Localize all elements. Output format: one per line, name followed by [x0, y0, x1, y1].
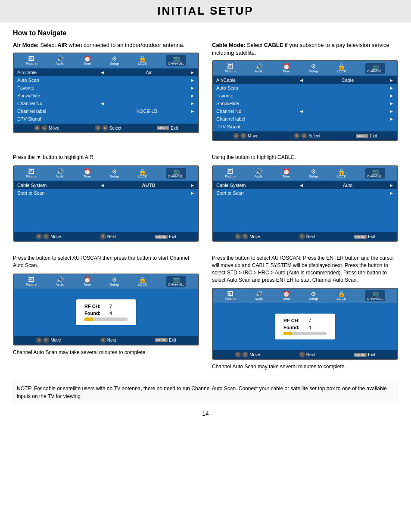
icon-lock: 🔒LOCK — [138, 277, 147, 286]
icon-setup: ⚙Setup — [309, 63, 318, 73]
footer-next: ⊙ Next — [299, 233, 315, 240]
cable-menu-2-icons-bar: 🖼Picture 🔊Audio ⏰Time ⚙Setup 🔒LOCK 📺CHAN… — [213, 166, 397, 180]
air-menu-1-icons-bar: 🖼Picture 🔊Audio ⏰Time ⚙Setup 🔒LOCK 📺CHAN… — [14, 53, 198, 68]
air-col-2: Press the ▼ button to highlight AIR. 🖼Pi… — [13, 151, 199, 245]
air-menu-1-body: Air/Cable ◄ Air ► Auto Scan ► Favorite ► — [14, 68, 198, 124]
icon-audio: 🔊Audio — [255, 63, 263, 73]
air-scan-rfch-row: RF CH: 7 — [84, 304, 128, 309]
air-menu-3-icons-bar: 🖼Picture 🔊Audio ⏰Time ⚙Setup 🔒LOCK 📺CHAN… — [14, 274, 198, 289]
air-menu-2-footer: ⊙⊙ Move ⊙ Next MENU Exit — [14, 232, 198, 241]
footer-move: ⊙⊙ Move — [36, 337, 61, 343]
icon-time: ⏰Time — [282, 168, 290, 178]
air-mode-col: Air Mode: Select AIR when connected to a… — [13, 41, 199, 144]
cable-menu-row-channellabel: Channel label ► — [213, 115, 397, 123]
page-title: INITIAL SETUP — [0, 0, 411, 22]
air-menu-3-footer: ⊙⊙ Move ⊙ Next MENU Exit — [14, 336, 198, 345]
air-col-3: Press the button to select AUTOSCAN then… — [13, 252, 199, 375]
air-menu-row-aircable: Air/Cable ◄ Air ► — [14, 68, 198, 76]
air-scan-progress-fill — [84, 317, 93, 321]
icon-lock: 🔒LOCK — [138, 168, 147, 178]
air-scan-body: RF CH: 7 Found: 4 — [14, 289, 198, 336]
footer-exit: MENU Exit — [354, 234, 375, 239]
icon-channel: 📺CHANNEL — [166, 168, 186, 179]
cable-menu-2-footer: ⊙⊙ Move ⊙ Next MENU Exit — [213, 232, 397, 241]
footer-exit: MENU Exit — [356, 134, 377, 138]
air-menu-1-footer: ⊙⊙ Move ⊙⊙ Select MENU Exit — [14, 124, 198, 132]
air-menu-2-icons-bar: 🖼Picture 🔊Audio ⏰Time ⚙Setup 🔒LOCK 📺CHAN… — [14, 166, 198, 180]
air-menu-row-dtvsignal: DTV Signal — [14, 115, 198, 123]
air-menu-2-body: Cable System ◄ AUTO ► Start to Scan ► — [14, 180, 198, 232]
icon-channel: 📺CHANNEL — [365, 290, 385, 301]
air-menu-row-autoscan: Auto Scan ► — [14, 76, 198, 84]
icon-lock: 🔒LOCK — [337, 168, 346, 178]
icon-channel: 📺CHANNEL — [365, 63, 385, 74]
cable-menu-row-showhide: Show/Hide ► — [213, 100, 397, 107]
cable-mode-col: Cable Mode: Select CABLE if you subscrib… — [212, 41, 398, 144]
icon-audio: 🔊Audio — [255, 291, 263, 301]
footer-move: ⊙⊙ Move — [235, 352, 260, 358]
cable-menu-1-body: Air/Cable ◄ Cable ► Auto Scan ► Favorite… — [213, 75, 397, 131]
cable-menu-3-icons-bar: 🖼Picture 🔊Audio ⏰Time ⚙Setup 🔒LOCK 📺CHAN… — [213, 289, 397, 303]
cable-menu-row-autoscan: Auto Scan ► — [213, 84, 397, 92]
icon-picture: 🖼Picture — [225, 168, 236, 178]
footer-move: ⊙⊙ Move — [34, 125, 59, 131]
cable-caption-1: Using the button to highlight CABLE. — [212, 154, 398, 161]
cable-caption-2: Press the button to select AUTOSCAN. Pre… — [212, 255, 398, 283]
note-text: NOTE: For cable or satellite users with … — [13, 382, 398, 403]
cable-menu-row-aircable: Air/Cable ◄ Cable ► — [213, 76, 397, 84]
air-menu-1: 🖼Picture 🔊Audio ⏰Time ⚙Setup 🔒LOCK 📺CHAN… — [13, 53, 199, 133]
cable-menu-2-row-cablesystem: Cable System ◄ Auto ► — [213, 181, 397, 189]
icon-time: ⏰Time — [282, 291, 290, 301]
footer-move: ⊙⊙ Move — [235, 233, 260, 240]
air-caption-2: Press the button to select AUTOSCAN then… — [13, 255, 199, 269]
air-menu-row-showhide: Show/Hide ► — [14, 92, 198, 100]
footer-next: ⊙ Next — [299, 352, 315, 358]
icon-picture: 🖼Picture — [225, 291, 236, 301]
air-menu-3: 🖼Picture 🔊Audio ⏰Time ⚙Setup 🔒LOCK 📺CHAN… — [13, 274, 199, 345]
cable-mode-description: Cable Mode: Select CABLE if you subscrib… — [212, 41, 398, 57]
icon-lock: 🔒LOCK — [337, 63, 346, 73]
icon-setup: ⚙Setup — [309, 168, 318, 178]
cable-scan-rfch-row: RF CH: 7 — [283, 318, 327, 323]
air-caption-3: Channel Auto Scan may take several minut… — [13, 349, 199, 356]
footer-exit: MENU Exit — [157, 126, 178, 131]
cable-menu-2-body: Cable System ◄ Auto ► Start to Scan ► — [213, 180, 397, 232]
icon-setup: ⚙Setup — [110, 168, 119, 178]
section-title: How to Navigate — [13, 29, 398, 37]
footer-exit: MENU Exit — [155, 338, 176, 342]
cable-menu-2-row-startscan: Start to Scan ► — [213, 189, 397, 197]
cable-caption-3: Channel Auto Scan may take several minut… — [212, 363, 398, 370]
cable-menu-1: 🖼Picture 🔊Audio ⏰Time ⚙Setup 🔒LOCK 📺CHAN… — [212, 60, 398, 141]
cable-scan-progress-fill — [283, 332, 292, 335]
air-menu-row-favorite: Favorite ► — [14, 84, 198, 92]
air-scan-found-row: Found: 4 — [84, 311, 128, 316]
footer-exit: MENU Exit — [354, 352, 375, 357]
footer-move: ⊙⊙ Move — [36, 233, 61, 240]
icon-lock: 🔒LOCK — [337, 291, 346, 301]
cable-menu-3-footer: ⊙⊙ Move ⊙ Next MENU Exit — [213, 350, 397, 359]
icon-channel: 📺CHANNEL — [166, 55, 186, 66]
footer-select: ⊙⊙ Select — [95, 125, 121, 131]
cable-menu-row-channelno: Channel No. ◄ ► — [213, 107, 397, 115]
air-menu-row-channellabel: Channel label KOCE-LB ► — [14, 107, 198, 115]
cable-scan-body: RF CH: 7 Found: 4 — [213, 303, 397, 350]
air-mode-description: Air Mode: Select AIR when connected to a… — [13, 41, 199, 49]
air-menu-2-row-startscan: Start to Scan ► — [14, 189, 198, 197]
footer-select: ⊙⊙ Select — [294, 133, 321, 139]
cable-menu-row-favorite: Favorite ► — [213, 92, 397, 100]
page-number: 14 — [13, 410, 398, 417]
icon-setup: ⚙Setup — [110, 277, 119, 286]
air-caption-1: Press the ▼ button to highlight AIR. — [13, 154, 199, 161]
air-menu-row-channelno: Channel No. ◄ ► — [14, 100, 198, 107]
air-scan-inner: RF CH: 7 Found: 4 — [76, 299, 136, 325]
icon-picture: 🖼Picture — [26, 277, 37, 286]
icon-audio: 🔊Audio — [56, 277, 64, 286]
icon-audio: 🔊Audio — [56, 168, 64, 178]
cable-col-2: Using the button to highlight CABLE. 🖼Pi… — [212, 151, 398, 245]
icon-setup: ⚙Setup — [309, 291, 318, 301]
footer-next: ⊙ Next — [100, 337, 116, 343]
air-scan-progress — [84, 317, 128, 321]
icon-picture: 🖼Picture — [26, 168, 37, 178]
icon-channel: 📺CHANNEL — [365, 168, 385, 179]
cable-menu-2: 🖼Picture 🔊Audio ⏰Time ⚙Setup 🔒LOCK 📺CHAN… — [212, 165, 398, 242]
